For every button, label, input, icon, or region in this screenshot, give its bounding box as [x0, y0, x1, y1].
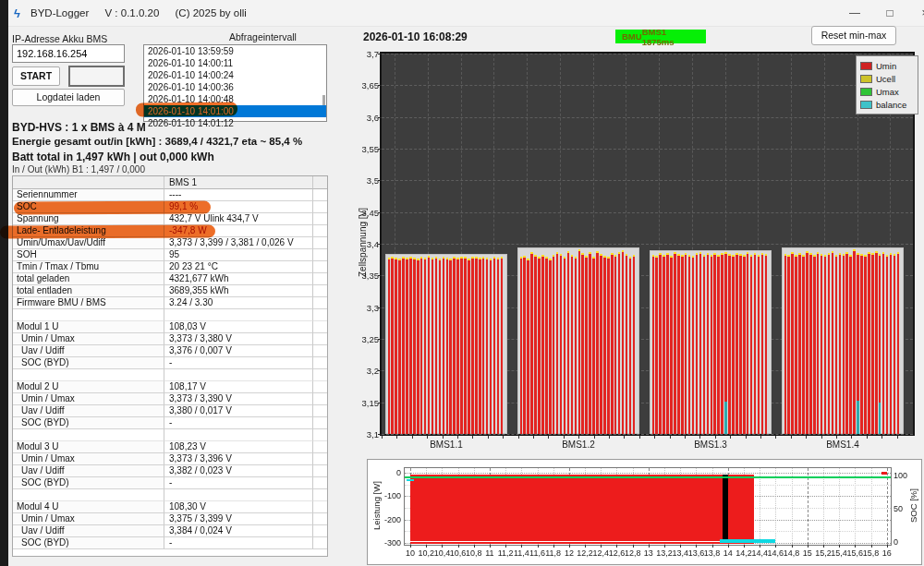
interval-item[interactable]: 2026-01-10 14:00:24 [144, 69, 326, 81]
row-value: 99,1 % [164, 201, 313, 213]
table-row [13, 489, 327, 501]
power-tick-label: 0 [375, 468, 401, 477]
cell-bar [732, 255, 735, 434]
x-axis-tick-label: 16 [876, 548, 898, 558]
x-axis-tick-mark [881, 436, 882, 439]
x-axis-tick-mark [569, 545, 570, 548]
cell-bar [391, 257, 394, 434]
start-button[interactable]: START [12, 66, 60, 86]
cell-bar [530, 252, 533, 434]
x-axis-tick-mark [664, 545, 665, 548]
x-axis-tick-mark [712, 545, 713, 548]
row-extra [313, 393, 327, 405]
grid-line-horizontal [382, 212, 913, 213]
row-label: SOC (BYD) [13, 357, 164, 369]
table-row: Uav / Udiff3,384 / 0,024 V [13, 525, 327, 537]
power-tick-label: -100 [375, 491, 401, 500]
row-label: SOC (BYD) [13, 417, 164, 429]
cell-bar [578, 249, 581, 434]
row-extra [313, 477, 327, 489]
cell-bar [534, 255, 537, 434]
x-axis-tick-mark [505, 545, 506, 548]
energy-total-line: Energie gesamt out/in [kWh] : 3689,4 / 4… [12, 136, 302, 147]
close-icon[interactable]: × [911, 4, 924, 22]
grid-line-horizontal [382, 434, 913, 435]
table-row: total entladen3689,355 kWh [13, 285, 327, 297]
cell-bar [696, 253, 699, 434]
interval-item[interactable]: 2026-01-10 14:01:12 [144, 117, 326, 129]
cell-bar [571, 255, 574, 434]
x-axis-tick-mark [836, 436, 837, 439]
table-row: SOC (BYD)- [13, 417, 327, 429]
interval-item[interactable]: 2026-01-10 13:59:59 [144, 45, 326, 57]
row-label: Firmware BMU / BMS [13, 297, 164, 309]
x-axis-tick-mark [410, 545, 411, 548]
row-value: 3,373 / 3,396 V [164, 453, 313, 465]
row-extra [313, 261, 327, 273]
y-axis-tick-label: 3,6 [360, 113, 379, 123]
interval-item[interactable]: 2026-01-10 14:00:36 [144, 81, 326, 93]
current-timestamp: 2026-01-10 16:08:29 [363, 30, 468, 43]
row-label: Umin/Umax/Uav/Udiff [13, 237, 164, 249]
y-axis-tick-label: 3,35 [360, 271, 379, 281]
y-axis-tick-label: 3,15 [360, 398, 379, 408]
ip-address-input[interactable] [12, 44, 125, 63]
cell-bar [520, 257, 523, 434]
cell-bar [728, 254, 731, 434]
row-extra [313, 429, 327, 441]
cell-bar [890, 253, 893, 434]
row-value: 108,17 V [164, 381, 313, 393]
minimize-icon[interactable]: — [841, 4, 869, 22]
cell-bar [538, 257, 541, 434]
interval-item[interactable]: 2026-01-10 14:01:00 [144, 105, 326, 117]
x-axis-tick-mark [616, 545, 617, 548]
grid-line-vertical [839, 468, 840, 545]
cell-bar [802, 255, 805, 434]
load-logfile-button[interactable]: Logdatei laden [12, 89, 125, 106]
power-tick-label: -300 [375, 538, 401, 548]
cell-bar [824, 255, 827, 434]
cell-bar [795, 255, 797, 434]
maximize-icon[interactable]: □ [876, 4, 904, 22]
cell-bar [424, 258, 427, 434]
x-axis-tick-mark [897, 436, 898, 439]
x-axis-tick-mark [851, 436, 852, 439]
cell-bar [417, 259, 419, 434]
table-row: Umin / Umax3,373 / 3,390 V [13, 393, 327, 405]
x-axis-tick-mark [585, 545, 586, 548]
cell-bar [453, 257, 456, 434]
connection-status-badge: BMU BMS1 1875ms [615, 30, 706, 43]
legend-entry: Umin [860, 59, 914, 72]
row-label: Seriennummer [13, 189, 164, 201]
x-axis-tick-mark [855, 545, 856, 548]
cell-bar [527, 259, 529, 434]
x-axis-tick-mark [442, 545, 443, 548]
x-axis-tick-mark [472, 436, 473, 439]
cell-bar [618, 252, 621, 434]
app-icon: ϟ [14, 6, 20, 20]
cell-bar [670, 256, 673, 434]
interval-item[interactable]: 2026-01-10 14:00:48 [144, 93, 326, 105]
row-value: - [164, 477, 313, 489]
interval-item[interactable]: 2026-01-10 14:00:11 [144, 57, 326, 69]
interval-list[interactable]: 2026-01-10 13:59:592026-01-10 14:00:1120… [143, 44, 327, 122]
x-axis-tick-mark [427, 436, 428, 439]
table-header-bms1: BMS 1 [164, 176, 313, 189]
cell-bar [443, 257, 445, 434]
reset-minmax-button[interactable]: Reset min-max [811, 26, 896, 45]
cell-bar [460, 257, 463, 434]
badge-bmu-label: BMU [622, 31, 642, 42]
row-extra [313, 273, 327, 285]
row-extra [313, 537, 327, 549]
desktop-edge-strip [0, 0, 8, 566]
row-label: Uav / Udiff [13, 345, 164, 357]
x-axis-tick-mark [760, 545, 760, 548]
row-extra [313, 213, 327, 225]
cell-bar [490, 259, 492, 434]
row-label: total geladen [13, 273, 164, 285]
grid-line-vertical [871, 468, 872, 545]
y-axis-tick-label: 3,5 [360, 175, 379, 186]
legend-color-chip [860, 75, 872, 83]
row-extra [313, 405, 327, 417]
legend-entry: Umax [860, 85, 914, 98]
